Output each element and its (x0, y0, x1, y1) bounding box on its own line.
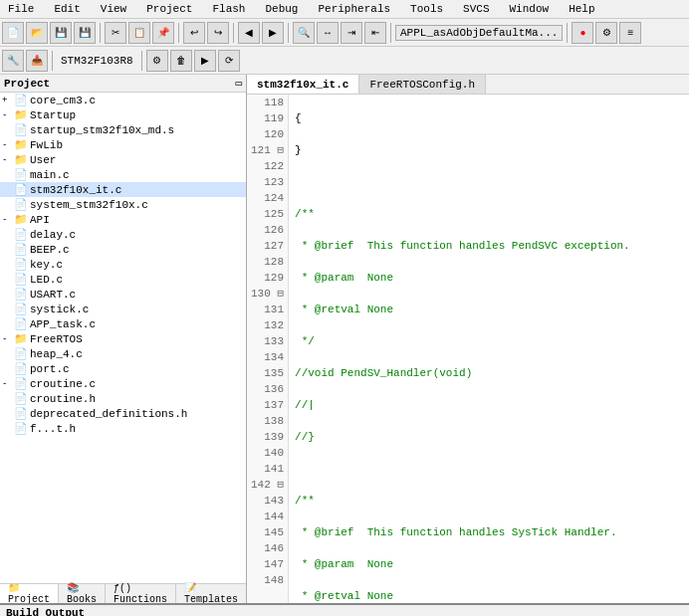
tree-stm32-it[interactable]: 📄 stm32f10x_it.c (0, 182, 246, 197)
tab-templates[interactable]: 📝 Templates (176, 584, 247, 603)
toolbar-new[interactable]: 📄 (2, 22, 24, 44)
tree-startup-file[interactable]: 📄 startup_stm32f10x_md.s (0, 122, 246, 137)
file-icon-fth: 📄 (14, 422, 28, 435)
menu-peripherals[interactable]: Peripherals (314, 2, 394, 16)
toolbar-back[interactable]: ◀ (238, 22, 260, 44)
tree-systick[interactable]: 📄 systick.c (0, 302, 246, 316)
tree-label-apptask: APP_task.c (30, 318, 96, 330)
menu-svcs[interactable]: SVCS (459, 2, 493, 16)
tree-user-group[interactable]: - 📁 User (0, 152, 246, 167)
toolbar-redo[interactable]: ↪ (207, 22, 229, 44)
build-output: Build Output Build started: Project: F10… (0, 603, 689, 616)
file-icon-main: 📄 (14, 168, 28, 181)
appl-label[interactable]: APPL_asAdObjDefaultMa... (395, 25, 563, 41)
code-line-130: /** (295, 493, 689, 509)
tree-freertos-group[interactable]: - 📁 FreeRTOS (0, 331, 246, 346)
toolbar-indent[interactable]: ⇥ (341, 22, 362, 44)
menu-flash[interactable]: Flash (208, 2, 249, 16)
code-line-118: { (295, 110, 689, 126)
toolbar-build-target[interactable]: 🔧 (2, 50, 24, 72)
toolbar-copy[interactable]: 📋 (128, 22, 150, 44)
tab-label-freertos-config: FreeRTOSConfig.h (369, 79, 475, 91)
file-icon-dep: 📄 (14, 407, 28, 420)
menu-help[interactable]: Help (565, 2, 598, 16)
tree-label-key: key.c (30, 259, 63, 271)
tree-led[interactable]: 📄 LED.c (0, 272, 246, 287)
toolbar-cut[interactable]: ✂ (105, 22, 126, 44)
tree-deprecated[interactable]: 📄 deprecated_definitions.h (0, 406, 246, 421)
folder-icon-fwlib: 📁 (14, 138, 28, 151)
tab-books[interactable]: 📚 Books (59, 584, 106, 603)
toolbar-unindent[interactable]: ⇤ (364, 22, 386, 44)
tab-label-stm32-it: stm32f10x_it.c (257, 79, 348, 91)
file-icon-heap4: 📄 (14, 347, 28, 360)
toolbar-save[interactable]: 💾 (50, 22, 72, 44)
toolbar-undo[interactable]: ↩ (183, 22, 205, 44)
tab-functions[interactable]: ƒ() Functions (106, 584, 176, 603)
toolbar-more[interactable]: ≡ (619, 22, 641, 44)
tree-delay[interactable]: 📄 delay.c (0, 227, 246, 242)
code-content[interactable]: { } /** * @brief This function handles P… (289, 95, 689, 603)
toolbar-paste[interactable]: 📌 (152, 22, 174, 44)
tree-label-api: API (30, 214, 50, 226)
menu-file[interactable]: File (4, 2, 38, 16)
toolbar-build[interactable]: ▶ (194, 50, 216, 72)
code-line-124: * @retval None (295, 302, 689, 317)
code-line-127: //| (295, 397, 689, 413)
toolbar-rebuild[interactable]: ⟳ (218, 50, 240, 72)
tree-label-it: stm32f10x_it.c (30, 184, 121, 196)
expand-user: - (2, 155, 12, 165)
toolbar-run[interactable]: ● (572, 22, 593, 44)
tree-apptask[interactable]: 📄 APP_task.c (0, 316, 246, 331)
toolbar-save-all[interactable]: 💾 (74, 22, 96, 44)
code-line-128: //} (295, 429, 689, 445)
tab-freertos-config[interactable]: FreeRTOSConfig.h (359, 75, 486, 94)
toolbar-load[interactable]: 📥 (26, 50, 48, 72)
tree-startup-group[interactable]: - 📁 Startup (0, 107, 246, 122)
menu-project[interactable]: Project (142, 2, 196, 16)
menu-view[interactable]: View (97, 2, 130, 16)
menu-tools[interactable]: Tools (406, 2, 447, 16)
menu-window[interactable]: Window (506, 2, 554, 16)
toolbar-clean[interactable]: 🗑 (170, 50, 192, 72)
tab-project[interactable]: 📁 Project (0, 584, 59, 603)
tree-system-file[interactable]: 📄 system_stm32f10x.c (0, 197, 246, 212)
toolbar-settings[interactable]: ⚙ (595, 22, 617, 44)
tree-api-group[interactable]: - 📁 API (0, 212, 246, 227)
tree-usart[interactable]: 📄 USART.c (0, 287, 246, 302)
toolbar-forward[interactable]: ▶ (262, 22, 284, 44)
tree-fwlib-group[interactable]: - 📁 FwLib (0, 137, 246, 152)
tree-fth[interactable]: 📄 f...t.h (0, 421, 246, 436)
tree-croutine[interactable]: - 📄 croutine.c (0, 376, 246, 391)
file-icon-delay: 📄 (14, 228, 28, 241)
tree-label-led: LED.c (30, 274, 63, 286)
menu-debug[interactable]: Debug (261, 2, 302, 16)
folder-icon-startup: 📁 (14, 108, 28, 121)
toolbar-options[interactable]: ⚙ (146, 50, 168, 72)
expand-croutine: - (2, 379, 12, 389)
tree-label-main: main.c (30, 169, 70, 181)
file-icon-sys: 📄 (14, 198, 28, 211)
toolbar-find[interactable]: 🔍 (293, 22, 315, 44)
sep6 (567, 23, 568, 43)
toolbar-bottom: 🔧 📥 STM32F103R8 ⚙ 🗑 ▶ ⟳ (0, 47, 689, 75)
tree-heap4[interactable]: 📄 heap_4.c (0, 346, 246, 361)
sep8 (141, 51, 142, 71)
project-collapse-icon[interactable]: ▭ (235, 77, 242, 90)
tree-key[interactable]: 📄 key.c (0, 257, 246, 272)
tree-port[interactable]: 📄 port.c (0, 361, 246, 376)
toolbar-replace[interactable]: ↔ (317, 22, 339, 44)
tree-beep[interactable]: 📄 BEEP.c (0, 242, 246, 257)
tree-label-dep: deprecated_definitions.h (30, 408, 187, 420)
target-label: STM32F103R8 (57, 55, 137, 67)
tab-stm32-it[interactable]: stm32f10x_it.c (247, 75, 359, 94)
line-numbers: 118 119 120 121 ⊟ 122 123 124 125 126 12… (247, 95, 289, 603)
file-icon-beep: 📄 (14, 243, 28, 256)
tree-croutine-h[interactable]: 📄 croutine.h (0, 391, 246, 406)
tree-main-c[interactable]: 📄 main.c (0, 167, 246, 182)
code-line-122: * @brief This function handles PendSVC e… (295, 238, 689, 254)
menu-edit[interactable]: Edit (50, 2, 84, 16)
toolbar-open[interactable]: 📂 (26, 22, 48, 44)
code-area[interactable]: 118 119 120 121 ⊟ 122 123 124 125 126 12… (247, 95, 689, 603)
tree-core-cm3[interactable]: + 📄 core_cm3.c (0, 93, 246, 107)
